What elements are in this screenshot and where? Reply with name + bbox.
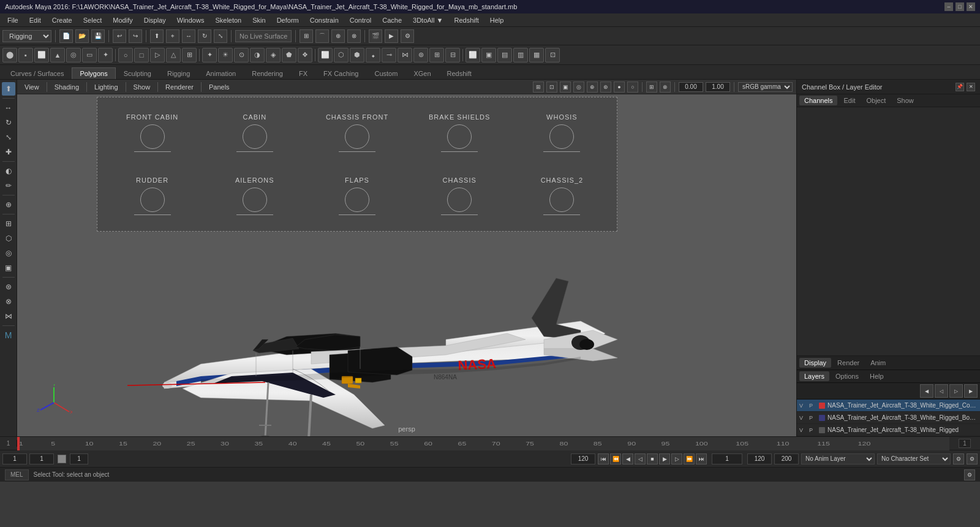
snap2-side[interactable]: ⊗ [2, 295, 15, 308]
light2-btn[interactable]: ☀ [218, 48, 233, 63]
vis4-btn[interactable]: ▥ [513, 48, 528, 63]
vis1-btn[interactable]: ⬜ [466, 48, 480, 63]
nurbs-sphere-btn[interactable]: ○ [118, 48, 133, 63]
select-tool-btn[interactable]: ⬆ [150, 29, 164, 43]
layer-row-2[interactable]: V P NASA_Trainer_Jet_Aircraft_T-38_White… [797, 424, 980, 436]
vp-menu-shading[interactable]: Shading [51, 83, 83, 91]
menu-select[interactable]: Select [78, 15, 107, 25]
frame-step-field[interactable] [70, 453, 88, 464]
vis5-btn[interactable]: ▦ [529, 48, 544, 63]
end-frame-field[interactable] [571, 453, 595, 464]
colorspace-selector[interactable]: sRGB gamma [738, 82, 793, 92]
menu-windows[interactable]: Windows [172, 15, 209, 25]
light1-btn[interactable]: ✦ [202, 48, 217, 63]
light5-btn[interactable]: ◈ [266, 48, 281, 63]
light4-btn[interactable]: ◑ [250, 48, 265, 63]
wire-toggle-side[interactable]: ⬡ [2, 232, 15, 245]
vp-menu-panels[interactable]: Panels [205, 83, 233, 91]
redo-btn[interactable]: ↪ [129, 29, 142, 43]
rig-cabin-circle[interactable] [243, 124, 267, 149]
deformer-btn[interactable]: ⊟ [445, 48, 460, 63]
vp-btn-8[interactable]: ○ [627, 82, 638, 93]
rotate-tool-btn[interactable]: ↻ [198, 29, 211, 43]
viewport-canvas[interactable]: FRONT CABIN CABIN CHASSIS FRONT [17, 94, 796, 436]
cp-tab-object[interactable]: Object [861, 96, 891, 105]
next-frame-btn[interactable]: ▷ [671, 453, 682, 464]
tab-polygons[interactable]: Polygons [72, 67, 115, 79]
lasso-tool-btn[interactable]: ⌖ [166, 29, 179, 43]
sphere-icon-btn[interactable]: ⬤ [2, 48, 17, 63]
grid-btn[interactable]: ⊞ [182, 48, 197, 63]
rig-cabin[interactable]: CABIN [205, 102, 304, 163]
save-btn[interactable]: 💾 [91, 29, 105, 43]
joint2-btn[interactable]: ⋈ [398, 48, 412, 63]
layer-next-btn[interactable]: ▷ [949, 384, 963, 398]
close-button[interactable]: ✕ [967, 2, 975, 11]
menu-cache[interactable]: Cache [377, 15, 407, 25]
universal-tool-side[interactable]: ✚ [2, 145, 15, 159]
move-tool-btn[interactable]: ↔ [182, 29, 195, 43]
tab-fx[interactable]: FX [291, 67, 315, 79]
snap-grid-btn[interactable]: ⊞ [300, 29, 313, 43]
mode-selector[interactable]: Rigging [2, 30, 51, 42]
tab-rendering[interactable]: Rendering [244, 67, 291, 79]
camera3-btn[interactable]: ⬢ [350, 48, 364, 63]
grid-toggle-side[interactable]: ⊞ [2, 217, 15, 230]
menu-modify[interactable]: Modify [108, 15, 137, 25]
anim-options-btn[interactable]: ⚙ [967, 453, 978, 464]
skip-to-start-btn[interactable]: ⏮ [598, 453, 609, 464]
undo-btn[interactable]: ↩ [113, 29, 126, 43]
vp-menu-lighting[interactable]: Lighting [91, 83, 122, 91]
cp-pin-btn[interactable]: 📌 [956, 83, 964, 91]
ipr-btn[interactable]: ▶ [385, 29, 398, 43]
current-frame-field[interactable] [29, 453, 54, 464]
start-frame-field[interactable] [2, 453, 27, 464]
layer-next2-btn[interactable]: ▶ [964, 384, 978, 398]
menu-control[interactable]: Control [345, 15, 376, 25]
select-tool-side[interactable]: ⬆ [2, 82, 15, 96]
vp-snap-2[interactable]: ⊗ [660, 82, 671, 93]
rig-chassis-front[interactable]: CHASSIS FRONT [307, 102, 407, 163]
cp-tab-edit[interactable]: Edit [839, 96, 860, 105]
skip-to-end-btn[interactable]: ⏭ [696, 453, 707, 464]
rig-brake-shields[interactable]: BRAKE SHIELDS [410, 102, 510, 163]
char-set-selector[interactable]: No Character Set [877, 453, 951, 464]
camera-far-field[interactable]: 1.00 [706, 82, 730, 92]
snap3-side[interactable]: ⋈ [2, 309, 15, 323]
layer-row-1[interactable]: V P NASA_Trainer_Jet_Aircraft_T-38_White… [797, 412, 980, 424]
cp-tab-show[interactable]: Show [892, 96, 919, 105]
menu-constrain[interactable]: Constrain [305, 15, 344, 25]
vis2-btn[interactable]: ▣ [481, 48, 496, 63]
light3-btn[interactable]: ⊙ [234, 48, 249, 63]
menu-help[interactable]: Help [485, 15, 509, 25]
move-tool-side[interactable]: ↔ [2, 101, 15, 115]
char-set-options-btn[interactable]: ⚙ [953, 453, 964, 464]
tab-redshift[interactable]: Redshift [439, 67, 480, 79]
rig-ailerons-circle[interactable] [243, 188, 267, 212]
vp-btn-7[interactable]: ● [614, 82, 625, 93]
rig-front-cabin[interactable]: FRONT CABIN [102, 102, 202, 163]
render-btn[interactable]: 🎬 [369, 29, 382, 43]
rotate-tool-side[interactable]: ↻ [2, 116, 15, 129]
layer-prev2-btn[interactable]: ◁ [935, 384, 948, 398]
playback-speed-field[interactable] [774, 453, 799, 464]
snap1-side[interactable]: ⊛ [2, 280, 15, 294]
rig-chassis-circle[interactable] [447, 188, 472, 212]
layer-v-0[interactable]: V [799, 403, 807, 409]
nurbs-cone-btn[interactable]: △ [166, 48, 181, 63]
playback-current-frame[interactable] [712, 453, 742, 464]
rig-flaps-circle[interactable] [345, 188, 369, 212]
scale-tool-btn[interactable]: ⤡ [214, 29, 227, 43]
layer-subtab-help[interactable]: Help [865, 371, 889, 381]
cone-icon-btn[interactable]: ▲ [50, 48, 65, 63]
menu-edit[interactable]: Edit [24, 15, 46, 25]
vp-menu-renderer[interactable]: Renderer [162, 83, 197, 91]
tab-animation[interactable]: Animation [198, 67, 244, 79]
camera-near-field[interactable]: 0.00 [679, 82, 703, 92]
stop-btn[interactable]: ■ [647, 453, 658, 464]
script-mode-label[interactable]: MEL [5, 469, 29, 480]
rig-whosis-circle[interactable] [549, 124, 574, 149]
joint-btn[interactable]: ⬥ [366, 48, 380, 63]
layer-subtab-layers[interactable]: Layers [799, 371, 829, 381]
plane-icon-btn[interactable]: ▭ [82, 48, 97, 63]
